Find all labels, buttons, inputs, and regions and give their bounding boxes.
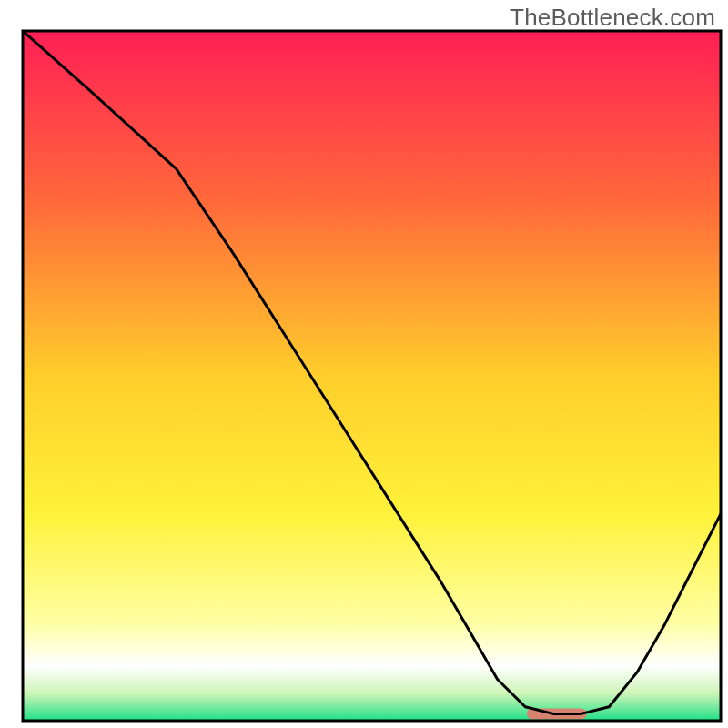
bottleneck-chart: TheBottleneck.com	[0, 0, 728, 728]
gradient-background	[23, 31, 721, 721]
chart-svg	[0, 0, 728, 728]
watermark-text: TheBottleneck.com	[510, 4, 715, 32]
